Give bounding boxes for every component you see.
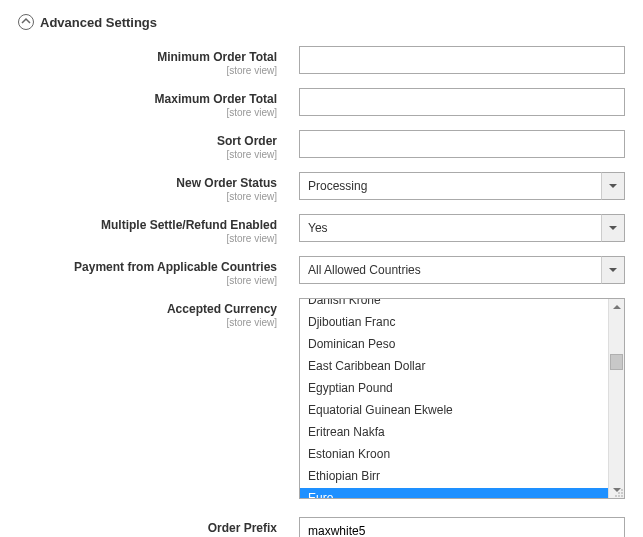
label-payment-countries: Payment from Applicable Countries — [18, 260, 277, 274]
currency-option[interactable]: Dominican Peso — [300, 334, 608, 356]
multiselect-accepted-currency[interactable]: Danish KroneDjiboutian FrancDominican Pe… — [299, 298, 625, 499]
svg-point-4 — [618, 495, 620, 497]
label-sort-order: Sort Order — [18, 134, 277, 148]
select-new-order-status[interactable]: Processing — [299, 172, 625, 200]
currency-option[interactable]: Euro — [300, 488, 608, 498]
select-value: Processing — [299, 172, 625, 200]
row-accepted-currency: Accepted Currency [store view] Danish Kr… — [18, 298, 625, 499]
chevron-down-icon — [601, 256, 625, 284]
label-multiple-settle: Multiple Settle/Refund Enabled — [18, 218, 277, 232]
scroll-up-icon[interactable] — [609, 299, 624, 315]
currency-option[interactable]: Ethiopian Birr — [300, 466, 608, 488]
select-value: Yes — [299, 214, 625, 242]
row-minimum-order-total: Minimum Order Total [store view] — [18, 46, 625, 76]
scope-label: [store view] — [18, 149, 277, 160]
select-payment-countries[interactable]: All Allowed Countries — [299, 256, 625, 284]
currency-option[interactable]: Danish Krone — [300, 299, 608, 312]
label-new-order-status: New Order Status — [18, 176, 277, 190]
currency-option[interactable]: Djiboutian Franc — [300, 312, 608, 334]
currency-option[interactable]: East Caribbean Dollar — [300, 356, 608, 378]
scope-label: [store view] — [18, 317, 277, 328]
select-value: All Allowed Countries — [299, 256, 625, 284]
scope-label: [store view] — [18, 191, 277, 202]
currency-option[interactable]: Egyptian Pound — [300, 378, 608, 400]
scope-label: [store view] — [18, 107, 277, 118]
scope-label: [store view] — [18, 233, 277, 244]
scope-label: [store view] — [18, 65, 277, 76]
collapse-icon — [18, 14, 34, 30]
scope-label: [store view] — [18, 275, 277, 286]
row-new-order-status: New Order Status [store view] Processing — [18, 172, 625, 202]
row-payment-countries: Payment from Applicable Countries [store… — [18, 256, 625, 286]
input-order-prefix[interactable] — [299, 517, 625, 537]
section-header[interactable]: Advanced Settings — [18, 14, 625, 30]
label-minimum-order-total: Minimum Order Total — [18, 50, 277, 64]
label-order-prefix: Order Prefix — [18, 521, 277, 535]
row-multiple-settle: Multiple Settle/Refund Enabled [store vi… — [18, 214, 625, 244]
svg-point-3 — [615, 495, 617, 497]
input-maximum-order-total[interactable] — [299, 88, 625, 116]
label-accepted-currency: Accepted Currency — [18, 302, 277, 316]
chevron-down-icon — [601, 172, 625, 200]
scroll-thumb[interactable] — [610, 354, 623, 370]
svg-point-0 — [621, 489, 623, 491]
section-title: Advanced Settings — [40, 15, 157, 30]
currency-option[interactable]: Equatorial Guinean Ekwele — [300, 400, 608, 422]
svg-point-2 — [621, 492, 623, 494]
chevron-down-icon — [601, 214, 625, 242]
row-maximum-order-total: Maximum Order Total [store view] — [18, 88, 625, 118]
input-sort-order[interactable] — [299, 130, 625, 158]
row-order-prefix: Order Prefix [store view] Use for Sandbo… — [18, 517, 625, 537]
input-minimum-order-total[interactable] — [299, 46, 625, 74]
row-sort-order: Sort Order [store view] — [18, 130, 625, 160]
currency-option[interactable]: Estonian Kroon — [300, 444, 608, 466]
svg-point-1 — [618, 492, 620, 494]
scrollbar[interactable] — [608, 299, 624, 498]
select-multiple-settle[interactable]: Yes — [299, 214, 625, 242]
label-maximum-order-total: Maximum Order Total — [18, 92, 277, 106]
currency-option[interactable]: Eritrean Nakfa — [300, 422, 608, 444]
svg-point-5 — [621, 495, 623, 497]
resize-grip-icon[interactable] — [614, 488, 624, 498]
